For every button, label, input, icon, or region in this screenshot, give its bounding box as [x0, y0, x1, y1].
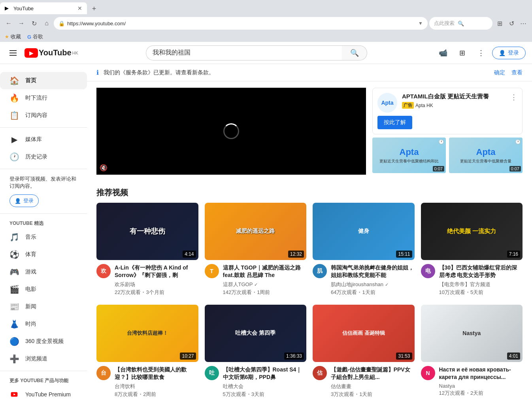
sidebar-item-trending[interactable]: 🔥 时下流行	[0, 89, 87, 107]
notice-confirm-button[interactable]: 确定	[494, 69, 505, 76]
sidebar-item-premium-label: YouTube Premium	[25, 391, 71, 398]
browser-search-text: 点此搜索	[434, 20, 455, 27]
video-channel-v7[interactable]: 估估畫畫	[331, 383, 415, 390]
video-card-v3[interactable]: 健身 15:11 肌 韩国淘气弟弟挑衅在健身的姐姐，姐姐和教练究竟能不能 肌肉山…	[313, 203, 415, 298]
browser-more-button[interactable]: ⋯	[518, 18, 529, 29]
sidebar-item-news[interactable]: 📰 新闻	[0, 298, 87, 315]
search-input[interactable]	[146, 45, 342, 60]
ad-header: Apta APTAMIL白金版 更贴近天生营養 广告 Apta HK ⋮	[377, 93, 517, 113]
video-info-v7: 【遊戲-估估畫畫聖誕篇】PPV女子組合對上男生組... 估估畫畫 3万次观看・1…	[331, 366, 415, 398]
ad-more-button[interactable]: ⋮	[510, 93, 517, 102]
grid-view-button[interactable]: ⊞	[494, 18, 505, 29]
ad-thumb-1[interactable]: Apta 更贴近天生营養中低聚糖结构和比 🕐 0:07	[372, 138, 446, 173]
sidebar-item-browse-channels[interactable]: ➕ 浏览频道	[0, 350, 87, 368]
video-thumbnail-v4[interactable]: 绝代美颜 一流实力 7:16	[421, 203, 523, 260]
sidebar-item-vr[interactable]: 🔵 360 度全景视频	[0, 333, 87, 350]
sidebar-item-fashion[interactable]: 👗 时尚	[0, 315, 87, 333]
video-camera-button[interactable]: 📹	[435, 45, 451, 61]
video-channel-v3[interactable]: 肌肉山地jiroushanshan✓	[331, 281, 415, 288]
notice-banner: ℹ 我们的《服务条款》已更新。请查看新条款。 确定 查看	[87, 64, 532, 81]
browser-search-bar[interactable]: 点此搜索 🔍	[429, 17, 492, 30]
notice-view-button[interactable]: 查看	[511, 69, 523, 76]
video-channel-v8[interactable]: Nastya	[439, 383, 523, 389]
sign-in-button[interactable]: 👤 登录	[492, 47, 526, 59]
video-duration-v7: 31:53	[396, 353, 412, 360]
ad-cta-button[interactable]: 按此了解	[377, 116, 412, 129]
trending-icon: 🔥	[9, 93, 19, 103]
video-thumbnail-v3[interactable]: 健身 15:11	[313, 203, 415, 260]
sidebar-sign-in-button[interactable]: 👤 登录	[9, 194, 39, 207]
video-thumbnail-v5[interactable]: 台湾饮料店超棒！ 10:27	[96, 305, 198, 362]
sidebar-item-movies[interactable]: 🎬 电影	[0, 281, 87, 298]
menu-button[interactable]	[6, 47, 20, 59]
video-card-v4[interactable]: 绝代美颜 一流实力 7:16 电 【30】巴西女辅助爆红背后的深层考虑 电竞女选…	[421, 203, 523, 298]
ad-advertiser: Apta HK	[415, 103, 433, 108]
video-stats-v5: 8万次观看・2周前	[115, 391, 198, 398]
header-left: ▶ YouTube HK	[6, 47, 78, 59]
login-promo-text: 登录即可顶视频、发表评论和订阅内容。	[9, 175, 77, 190]
video-channel-v4[interactable]: 【电竞帝帝】官方频道	[439, 281, 523, 288]
subscriptions-icon: 📋	[9, 111, 19, 120]
premium-icon	[9, 390, 19, 399]
sidebar-item-gaming-label: 游戏	[25, 268, 36, 275]
video-channel-v1[interactable]: 欢乐剧场	[115, 281, 198, 288]
video-thumbnail-v2[interactable]: 减肥的遥远之路 12:32	[205, 203, 307, 260]
channel-avatar-v2: T	[205, 264, 219, 278]
video-card-v7[interactable]: 估估画画 圣诞特辑 31:53 估 【遊戲-估估畫畫聖誕篇】PPV女子組合對上男…	[313, 305, 415, 400]
ad-thumb-2[interactable]: Apta 更贴近天生营養中低聚糖含量 🕐 0:07	[449, 138, 523, 173]
header-center: 🔍	[78, 45, 435, 60]
hamburger-line-2	[9, 53, 17, 53]
video-channel-v2[interactable]: 這群人TGOP✓	[223, 281, 307, 288]
header-right: 📹 ⊞ ⋮ 👤 登录	[435, 45, 526, 61]
thumb-text-v1: 有一种悲伤	[130, 226, 165, 236]
video-card-v6[interactable]: 吐槽大会 第四季 1:36:33 吐 【吐槽大会第四季】Roast S4｜中文听…	[205, 305, 307, 400]
forward-button[interactable]: →	[16, 18, 27, 29]
video-card-v1[interactable]: 有一种悲伤 4:14 欢 A-Lin《有一种悲伤 A Kind of Sorro…	[96, 203, 198, 298]
url-bar[interactable]: 🔒 https://www.youtube.com/ ▼	[54, 17, 428, 30]
new-tab-button[interactable]: +	[89, 3, 100, 14]
video-card-v5[interactable]: 台湾饮料店超棒！ 10:27 台 【台湾飲料也受到美國人的歡迎？】比较哪里飲食 …	[96, 305, 198, 400]
ad-badge: 广告	[402, 102, 414, 109]
sidebar-item-history[interactable]: 🕐 历史记录	[0, 148, 87, 166]
sidebar-item-gaming[interactable]: 🎮 游戏	[0, 263, 87, 281]
sidebar-item-home[interactable]: 🏠 首页	[0, 72, 87, 89]
video-channel-v5[interactable]: 台湾饮料	[115, 383, 198, 390]
active-tab[interactable]: ▶ YouTube ✕	[0, 2, 87, 14]
tab-close-button[interactable]: ✕	[77, 5, 82, 11]
search-button[interactable]: 🔍	[342, 45, 367, 60]
sidebar-item-library[interactable]: ▶ 媒体库	[0, 131, 87, 148]
sidebar-item-premium[interactable]: YouTube Premium	[0, 386, 87, 403]
ad-thumb-text-1: 更贴近天生营養中低聚糖结构和比	[379, 159, 439, 164]
video-card-v8[interactable]: Nastya 4:01 N Настя и её новая кровать- …	[421, 305, 523, 400]
video-thumbnail-v7[interactable]: 估估画画 圣诞特辑 31:53	[313, 305, 415, 362]
refresh-button[interactable]: ↻	[28, 18, 40, 29]
apps-button[interactable]: ⊞	[454, 45, 470, 61]
video-card-v2[interactable]: 减肥的遥远之路 12:32 T 這群人 TGOP｜减肥的遥远之路feat.鼓鼓 …	[205, 203, 307, 298]
video-thumbnail-v8[interactable]: Nastya 4:01	[421, 305, 523, 362]
mute-icon[interactable]: 🔇	[100, 164, 108, 172]
youtube-logo[interactable]: ▶ YouTube HK	[25, 48, 78, 58]
video-title-v1: A-Lin《有一种悲伤 A Kind of Sorrow》『剩下倔强，剩	[115, 264, 198, 279]
more-options-button[interactable]: ⋮	[473, 45, 489, 61]
thumb-text-v2: 减肥的遥远之路	[236, 228, 275, 235]
library-icon: ▶	[9, 135, 19, 144]
sidebar-item-music[interactable]: 🎵 音乐	[0, 228, 87, 246]
back-button[interactable]: ←	[3, 18, 14, 29]
video-thumbnail-v1[interactable]: 有一种悲伤 4:14	[96, 203, 198, 260]
channel-avatar-v8: N	[421, 366, 435, 380]
video-info-v1: A-Lin《有一种悲伤 A Kind of Sorrow》『剩下倔强，剩 欢乐剧…	[115, 264, 198, 296]
channel-avatar-v5: 台	[96, 366, 111, 380]
video-thumbnail-v6[interactable]: 吐槽大会 第四季 1:36:33	[205, 305, 307, 362]
home-button[interactable]: ⌂	[41, 18, 52, 29]
search-bar: 🔍	[146, 45, 367, 60]
verified-badge: ✓	[385, 282, 389, 287]
video-player[interactable]: 🔇	[96, 88, 366, 175]
video-channel-v6[interactable]: 吐槽大会	[223, 383, 307, 390]
sidebar-item-sports[interactable]: ⚽ 体育	[0, 246, 87, 263]
bookmark-collections[interactable]: ★ 收藏	[5, 33, 21, 40]
url-dropdown-icon[interactable]: ▼	[418, 21, 423, 26]
video-info-v2: 這群人 TGOP｜减肥的遥远之路feat.鼓鼓 吕思緯 The 這群人TGOP✓…	[223, 264, 307, 296]
sidebar-item-subscriptions[interactable]: 📋 订阅内容	[0, 107, 87, 124]
bookmark-google[interactable]: G 谷歌	[27, 33, 43, 40]
history-button[interactable]: ↺	[506, 18, 517, 29]
